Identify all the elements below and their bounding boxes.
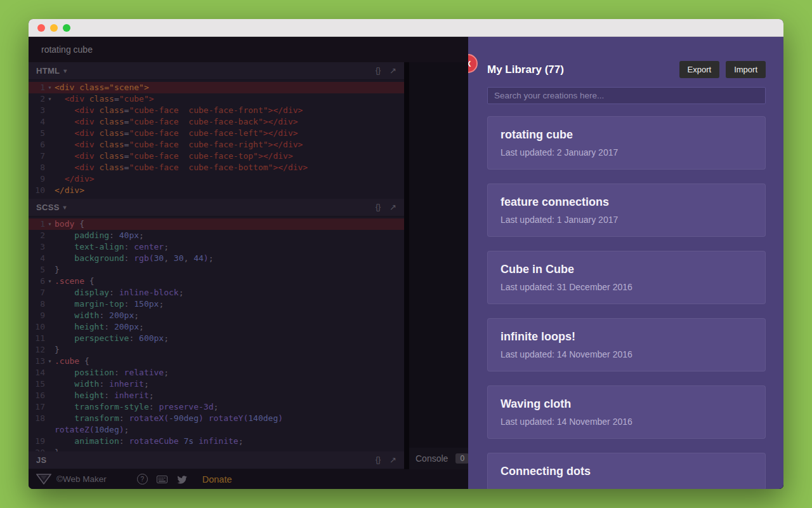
library-item[interactable]: Cube in CubeLast updated: 31 December 20… [487,251,766,304]
library-title: My Library (77) [487,64,564,76]
window-titlebar [29,19,783,37]
app-content: rotating cube HTML ▾ {} [29,37,783,489]
import-button[interactable]: Import [726,61,766,78]
library-item[interactable]: Waving clothLast updated: 14 November 20… [487,385,766,439]
app-window: rotating cube HTML ▾ {} [29,19,783,489]
library-item-updated: Last updated: 2 January 2017 [501,147,752,157]
library-list: rotating cubeLast updated: 2 January 201… [487,116,766,489]
library-item-title: Cube in Cube [501,263,752,276]
library-header: My Library (77) Export Import [487,61,766,78]
zoom-window-button[interactable] [63,24,70,32]
library-item-updated: Last updated: 31 December 2016 [501,282,752,292]
library-item-title: Connecting dots [501,465,752,478]
export-button[interactable]: Export [679,61,720,78]
library-search-input[interactable] [487,87,766,104]
library-item-title: rotating cube [501,128,752,142]
library-close-button[interactable]: X [468,54,478,73]
library-item-title: infinite loops! [501,330,752,344]
library-item-updated: Last updated: 14 November 2016 [501,349,752,359]
library-item[interactable]: rotating cubeLast updated: 2 January 201… [487,116,766,170]
library-actions: Export Import [679,61,766,78]
library-item[interactable]: feature connectionsLast updated: 1 Janua… [487,184,766,237]
library-item-title: feature connections [501,196,752,209]
library-item-title: Waving cloth [501,398,752,411]
library-item[interactable]: Connecting dots [487,453,766,489]
desktop-background: rotating cube HTML ▾ {} [0,0,812,508]
library-item-updated: Last updated: 14 November 2016 [501,417,752,427]
library-item[interactable]: infinite loops!Last updated: 14 November… [487,318,766,371]
close-window-button[interactable] [37,24,45,32]
library-item-updated: Last updated: 1 January 2017 [501,215,752,225]
minimize-window-button[interactable] [50,24,58,32]
library-panel: X My Library (77) Export Import rotating… [468,37,783,489]
